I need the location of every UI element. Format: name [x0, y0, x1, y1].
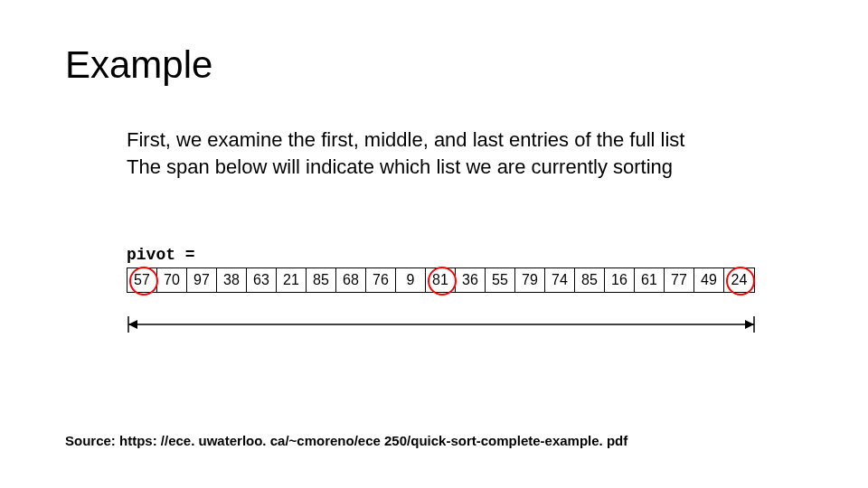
body-line-1: First, we examine the first, middle, and… — [127, 127, 684, 154]
svg-marker-3 — [128, 320, 137, 329]
array-cell: 24 — [724, 268, 754, 292]
array-cell: 63 — [247, 268, 277, 292]
array-cell: 36 — [456, 268, 486, 292]
pivot-label: pivot = — [127, 246, 195, 264]
array-cell: 61 — [635, 268, 665, 292]
array-cell: 77 — [665, 268, 694, 292]
array-cell: 68 — [336, 268, 366, 292]
array-row: 5770973863218568769813655797485166177492… — [127, 267, 755, 293]
span-arrow-icon — [127, 314, 756, 334]
array-cell: 9 — [396, 268, 426, 292]
array-cell: 38 — [217, 268, 247, 292]
array-cell: 70 — [157, 268, 187, 292]
pivot-candidate-circle-icon — [129, 267, 158, 296]
array-cell: 97 — [187, 268, 217, 292]
body-text: First, we examine the first, middle, and… — [127, 127, 684, 180]
body-line-2: The span below will indicate which list … — [127, 154, 684, 181]
array-cell: 74 — [545, 268, 575, 292]
array-cell: 85 — [307, 268, 336, 292]
array-cell: 49 — [694, 268, 724, 292]
array-cell: 55 — [486, 268, 515, 292]
slide: Example First, we examine the first, mid… — [0, 0, 868, 488]
array-cell: 79 — [515, 268, 545, 292]
pivot-candidate-circle-icon — [726, 267, 755, 296]
slide-title: Example — [65, 43, 212, 87]
array-cell: 57 — [127, 268, 157, 292]
span-indicator — [127, 314, 756, 334]
array-cell: 81 — [426, 268, 456, 292]
array-cell: 16 — [605, 268, 635, 292]
pivot-candidate-circle-icon — [428, 267, 457, 296]
array-cell: 76 — [366, 268, 396, 292]
array-container: 5770973863218568769813655797485166177492… — [127, 267, 755, 293]
array-cell: 85 — [575, 268, 605, 292]
array-cell: 21 — [277, 268, 307, 292]
source-citation: Source: https: //ece. uwaterloo. ca/~cmo… — [65, 433, 627, 448]
svg-marker-4 — [745, 320, 754, 329]
